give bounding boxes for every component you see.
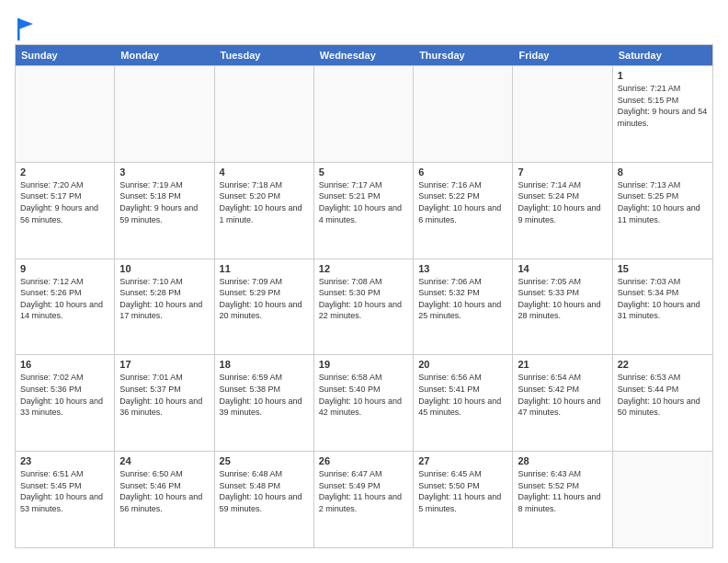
calendar-cell: 19Sunrise: 6:58 AM Sunset: 5:40 PM Dayli… xyxy=(314,355,414,451)
calendar-cell: 12Sunrise: 7:08 AM Sunset: 5:30 PM Dayli… xyxy=(314,259,414,355)
day-number: 21 xyxy=(518,359,607,370)
day-number: 7 xyxy=(518,167,607,178)
calendar-cell xyxy=(414,66,513,162)
day-info: Sunrise: 6:53 AM Sunset: 5:44 PM Dayligh… xyxy=(618,372,708,418)
cal-header-saturday: Saturday xyxy=(613,45,712,65)
calendar-cell: 9Sunrise: 7:12 AM Sunset: 5:26 PM Daylig… xyxy=(16,259,115,355)
calendar-cell: 28Sunrise: 6:43 AM Sunset: 5:52 PM Dayli… xyxy=(513,452,612,547)
calendar-body: 1Sunrise: 7:21 AM Sunset: 5:15 PM Daylig… xyxy=(16,65,712,547)
header xyxy=(15,15,713,37)
svg-rect-1 xyxy=(17,18,20,40)
day-info: Sunrise: 6:45 AM Sunset: 5:50 PM Dayligh… xyxy=(418,468,507,514)
cal-header-sunday: Sunday xyxy=(16,45,115,65)
calendar-cell: 20Sunrise: 6:56 AM Sunset: 5:41 PM Dayli… xyxy=(414,355,513,451)
day-number: 4 xyxy=(220,167,309,178)
calendar-week-0: 1Sunrise: 7:21 AM Sunset: 5:15 PM Daylig… xyxy=(16,65,712,162)
day-number: 15 xyxy=(618,263,708,274)
cal-header-thursday: Thursday xyxy=(414,45,513,65)
day-number: 18 xyxy=(220,359,309,370)
day-number: 10 xyxy=(119,263,209,274)
day-number: 25 xyxy=(220,455,309,466)
day-info: Sunrise: 6:59 AM Sunset: 5:38 PM Dayligh… xyxy=(220,372,309,418)
day-info: Sunrise: 7:05 AM Sunset: 5:33 PM Dayligh… xyxy=(518,276,607,322)
calendar-cell: 17Sunrise: 7:01 AM Sunset: 5:37 PM Dayli… xyxy=(115,355,214,451)
calendar-cell: 6Sunrise: 7:16 AM Sunset: 5:22 PM Daylig… xyxy=(414,163,513,259)
day-number: 19 xyxy=(319,359,408,370)
calendar-cell: 10Sunrise: 7:10 AM Sunset: 5:28 PM Dayli… xyxy=(115,259,214,355)
day-number: 22 xyxy=(618,359,708,370)
day-info: Sunrise: 6:48 AM Sunset: 5:48 PM Dayligh… xyxy=(220,468,309,514)
day-number: 28 xyxy=(518,455,607,466)
cal-header-wednesday: Wednesday xyxy=(314,45,414,65)
day-info: Sunrise: 7:03 AM Sunset: 5:34 PM Dayligh… xyxy=(618,276,708,322)
calendar-header: SundayMondayTuesdayWednesdayThursdayFrid… xyxy=(16,45,712,65)
day-info: Sunrise: 7:16 AM Sunset: 5:22 PM Dayligh… xyxy=(418,179,507,225)
day-number: 2 xyxy=(20,167,109,178)
calendar-cell xyxy=(215,66,314,162)
calendar-cell: 25Sunrise: 6:48 AM Sunset: 5:48 PM Dayli… xyxy=(215,452,314,547)
day-info: Sunrise: 7:20 AM Sunset: 5:17 PM Dayligh… xyxy=(20,179,109,225)
day-info: Sunrise: 6:47 AM Sunset: 5:49 PM Dayligh… xyxy=(319,468,408,514)
day-info: Sunrise: 6:58 AM Sunset: 5:40 PM Dayligh… xyxy=(319,372,408,418)
day-number: 13 xyxy=(418,263,507,274)
day-info: Sunrise: 6:43 AM Sunset: 5:52 PM Dayligh… xyxy=(518,468,607,514)
day-number: 11 xyxy=(220,263,309,274)
day-info: Sunrise: 7:19 AM Sunset: 5:18 PM Dayligh… xyxy=(119,179,209,225)
calendar-cell: 13Sunrise: 7:06 AM Sunset: 5:32 PM Dayli… xyxy=(414,259,513,355)
calendar-cell: 15Sunrise: 7:03 AM Sunset: 5:34 PM Dayli… xyxy=(613,259,712,355)
logo xyxy=(15,18,35,37)
day-number: 6 xyxy=(418,167,507,178)
calendar-cell: 1Sunrise: 7:21 AM Sunset: 5:15 PM Daylig… xyxy=(613,66,712,162)
calendar-cell: 27Sunrise: 6:45 AM Sunset: 5:50 PM Dayli… xyxy=(414,452,513,547)
calendar-cell: 18Sunrise: 6:59 AM Sunset: 5:38 PM Dayli… xyxy=(215,355,314,451)
day-info: Sunrise: 7:10 AM Sunset: 5:28 PM Dayligh… xyxy=(119,276,209,322)
day-info: Sunrise: 6:56 AM Sunset: 5:41 PM Dayligh… xyxy=(418,372,507,418)
day-info: Sunrise: 6:54 AM Sunset: 5:42 PM Dayligh… xyxy=(518,372,607,418)
day-number: 14 xyxy=(518,263,607,274)
calendar-cell: 7Sunrise: 7:14 AM Sunset: 5:24 PM Daylig… xyxy=(513,163,612,259)
day-info: Sunrise: 7:21 AM Sunset: 5:15 PM Dayligh… xyxy=(618,83,708,129)
calendar-cell: 8Sunrise: 7:13 AM Sunset: 5:25 PM Daylig… xyxy=(613,163,712,259)
calendar-week-2: 9Sunrise: 7:12 AM Sunset: 5:26 PM Daylig… xyxy=(16,259,712,355)
day-info: Sunrise: 7:18 AM Sunset: 5:20 PM Dayligh… xyxy=(220,179,309,225)
calendar-cell: 4Sunrise: 7:18 AM Sunset: 5:20 PM Daylig… xyxy=(215,163,314,259)
day-number: 1 xyxy=(618,70,708,81)
cal-header-tuesday: Tuesday xyxy=(215,45,314,65)
day-info: Sunrise: 7:09 AM Sunset: 5:29 PM Dayligh… xyxy=(220,276,309,322)
cal-header-monday: Monday xyxy=(115,45,214,65)
day-info: Sunrise: 7:01 AM Sunset: 5:37 PM Dayligh… xyxy=(119,372,209,418)
calendar-cell xyxy=(613,452,712,547)
day-info: Sunrise: 7:13 AM Sunset: 5:25 PM Dayligh… xyxy=(618,179,708,225)
calendar-cell: 2Sunrise: 7:20 AM Sunset: 5:17 PM Daylig… xyxy=(16,163,115,259)
calendar-cell: 11Sunrise: 7:09 AM Sunset: 5:29 PM Dayli… xyxy=(215,259,314,355)
day-number: 20 xyxy=(418,359,507,370)
day-number: 8 xyxy=(618,167,708,178)
day-info: Sunrise: 7:02 AM Sunset: 5:36 PM Dayligh… xyxy=(20,372,109,418)
day-number: 27 xyxy=(418,455,507,466)
logo-icon xyxy=(17,18,35,40)
calendar-week-3: 16Sunrise: 7:02 AM Sunset: 5:36 PM Dayli… xyxy=(16,354,712,451)
day-number: 16 xyxy=(20,359,109,370)
cal-header-friday: Friday xyxy=(513,45,612,65)
calendar: SundayMondayTuesdayWednesdayThursdayFrid… xyxy=(15,44,713,548)
day-number: 9 xyxy=(20,263,109,274)
day-number: 5 xyxy=(319,167,408,178)
day-number: 24 xyxy=(119,455,209,466)
calendar-cell: 21Sunrise: 6:54 AM Sunset: 5:42 PM Dayli… xyxy=(513,355,612,451)
calendar-cell: 24Sunrise: 6:50 AM Sunset: 5:46 PM Dayli… xyxy=(115,452,214,547)
day-info: Sunrise: 7:17 AM Sunset: 5:21 PM Dayligh… xyxy=(319,179,408,225)
day-number: 12 xyxy=(319,263,408,274)
calendar-cell xyxy=(513,66,612,162)
day-number: 3 xyxy=(119,167,209,178)
calendar-cell: 23Sunrise: 6:51 AM Sunset: 5:45 PM Dayli… xyxy=(16,452,115,547)
calendar-cell: 14Sunrise: 7:05 AM Sunset: 5:33 PM Dayli… xyxy=(513,259,612,355)
day-number: 17 xyxy=(119,359,209,370)
calendar-cell: 16Sunrise: 7:02 AM Sunset: 5:36 PM Dayli… xyxy=(16,355,115,451)
day-info: Sunrise: 7:14 AM Sunset: 5:24 PM Dayligh… xyxy=(518,179,607,225)
calendar-cell: 5Sunrise: 7:17 AM Sunset: 5:21 PM Daylig… xyxy=(314,163,414,259)
calendar-week-4: 23Sunrise: 6:51 AM Sunset: 5:45 PM Dayli… xyxy=(16,451,712,547)
day-info: Sunrise: 6:51 AM Sunset: 5:45 PM Dayligh… xyxy=(20,468,109,514)
day-info: Sunrise: 6:50 AM Sunset: 5:46 PM Dayligh… xyxy=(119,468,209,514)
calendar-cell: 26Sunrise: 6:47 AM Sunset: 5:49 PM Dayli… xyxy=(314,452,414,547)
day-number: 23 xyxy=(20,455,109,466)
